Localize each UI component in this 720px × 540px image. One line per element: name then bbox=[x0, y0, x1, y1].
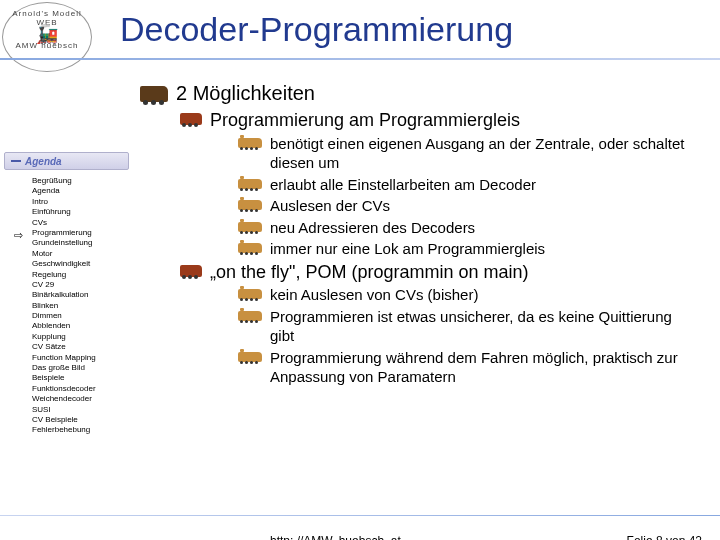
agenda-dash-icon bbox=[11, 160, 21, 162]
bullet-text: „on the fly", POM (programmin on main) bbox=[210, 261, 529, 284]
agenda-item: SUSI bbox=[32, 405, 129, 415]
train-bullet-icon bbox=[238, 352, 262, 362]
train-bullet-icon bbox=[238, 179, 262, 189]
bullet-level3: Programmieren ist etwas unsicherer, da e… bbox=[238, 307, 720, 346]
agenda-item: Weichendecoder bbox=[32, 394, 129, 404]
bullet-level3: benötigt einen eigenen Ausgang an der Ze… bbox=[238, 134, 720, 173]
train-bullet-icon bbox=[238, 243, 262, 253]
train-bullet-icon bbox=[180, 113, 202, 125]
bullet-text: erlaubt alle Einstellarbeiten am Decoder bbox=[270, 175, 536, 195]
agenda-item: Beispiele bbox=[32, 373, 129, 383]
brand-logo: Arnold's Modell WEB 🚂 AMW huebsch bbox=[2, 2, 92, 72]
bullet-text: 2 Möglichkeiten bbox=[176, 82, 315, 105]
agenda-item: Programmierung bbox=[32, 228, 129, 238]
bullet-text: neu Adressieren des Decoders bbox=[270, 218, 475, 238]
agenda-header: Agenda bbox=[4, 152, 129, 170]
bullet-text: kein Auslesen von CVs (bisher) bbox=[270, 285, 478, 305]
bullet-text: Programmieren ist etwas unsicherer, da e… bbox=[270, 307, 700, 346]
agenda-item: Intro bbox=[32, 197, 129, 207]
agenda-item: Binärkalkulation bbox=[32, 290, 129, 300]
bullet-text: Auslesen der CVs bbox=[270, 196, 390, 216]
train-bullet-icon bbox=[238, 289, 262, 299]
header-divider bbox=[0, 58, 720, 60]
train-bullet-icon bbox=[238, 138, 262, 148]
agenda-item: Motor bbox=[32, 249, 129, 259]
train-bullet-icon bbox=[238, 200, 262, 210]
agenda-item: Grundeinstellung bbox=[32, 238, 129, 248]
bullet-text: benötigt einen eigenen Ausgang an der Ze… bbox=[270, 134, 700, 173]
agenda-item: Geschwindigkeit bbox=[32, 259, 129, 269]
agenda-title: Agenda bbox=[25, 156, 62, 167]
agenda-list: BegrüßungAgendaIntroEinführungCVs⇨Progra… bbox=[4, 176, 129, 436]
agenda-item: Function Mapping bbox=[32, 353, 129, 363]
train-bullet-icon bbox=[238, 311, 262, 321]
footer-divider bbox=[0, 515, 720, 516]
agenda-sidebar: Agenda BegrüßungAgendaIntroEinführungCVs… bbox=[4, 152, 129, 436]
agenda-item: Kupplung bbox=[32, 332, 129, 342]
bullet-text: immer nur eine Lok am Programmiergleis bbox=[270, 239, 545, 259]
bullet-text: Programmierung während dem Fahren möglic… bbox=[270, 348, 700, 387]
agenda-item: Regelung bbox=[32, 270, 129, 280]
logo-arc-bottom: AMW huebsch bbox=[3, 41, 91, 50]
bullet-level3: Programmierung während dem Fahren möglic… bbox=[238, 348, 720, 387]
agenda-item: CVs bbox=[32, 218, 129, 228]
page-title: Decoder-Programmierung bbox=[120, 10, 513, 49]
agenda-item: Fehlerbehebung bbox=[32, 425, 129, 435]
agenda-current-arrow-icon: ⇨ bbox=[14, 228, 23, 242]
bullet-level3: erlaubt alle Einstellarbeiten am Decoder bbox=[238, 175, 720, 195]
bullet-level2: Programmierung am Programmiergleis bbox=[180, 109, 720, 132]
footer-page: Folie 8 von 42 bbox=[627, 534, 702, 540]
bullet-level3: neu Adressieren des Decoders bbox=[238, 218, 720, 238]
agenda-item: Das große Bild bbox=[32, 363, 129, 373]
agenda-item: Abblenden bbox=[32, 321, 129, 331]
train-bullet-icon bbox=[140, 86, 168, 102]
logo-train-icon: 🚂 bbox=[3, 27, 91, 41]
agenda-item: Funktionsdecoder bbox=[32, 384, 129, 394]
agenda-item: Begrüßung bbox=[32, 176, 129, 186]
bullet-level1: 2 Möglichkeiten bbox=[140, 82, 720, 105]
agenda-item: Blinken bbox=[32, 301, 129, 311]
bullet-text: Programmierung am Programmiergleis bbox=[210, 109, 520, 132]
train-bullet-icon bbox=[180, 265, 202, 277]
agenda-item: Agenda bbox=[32, 186, 129, 196]
bullet-level3: kein Auslesen von CVs (bisher) bbox=[238, 285, 720, 305]
agenda-item: CV Beispiele bbox=[32, 415, 129, 425]
bullet-level3: Auslesen der CVs bbox=[238, 196, 720, 216]
agenda-item: CV Sätze bbox=[32, 342, 129, 352]
agenda-item: Einführung bbox=[32, 207, 129, 217]
bullet-level3: immer nur eine Lok am Programmiergleis bbox=[238, 239, 720, 259]
train-bullet-icon bbox=[238, 222, 262, 232]
agenda-item: Dimmen bbox=[32, 311, 129, 321]
bullet-level2: „on the fly", POM (programmin on main) bbox=[180, 261, 720, 284]
footer-url: http: //AMW. huebsch. at bbox=[270, 534, 401, 540]
agenda-item: CV 29 bbox=[32, 280, 129, 290]
